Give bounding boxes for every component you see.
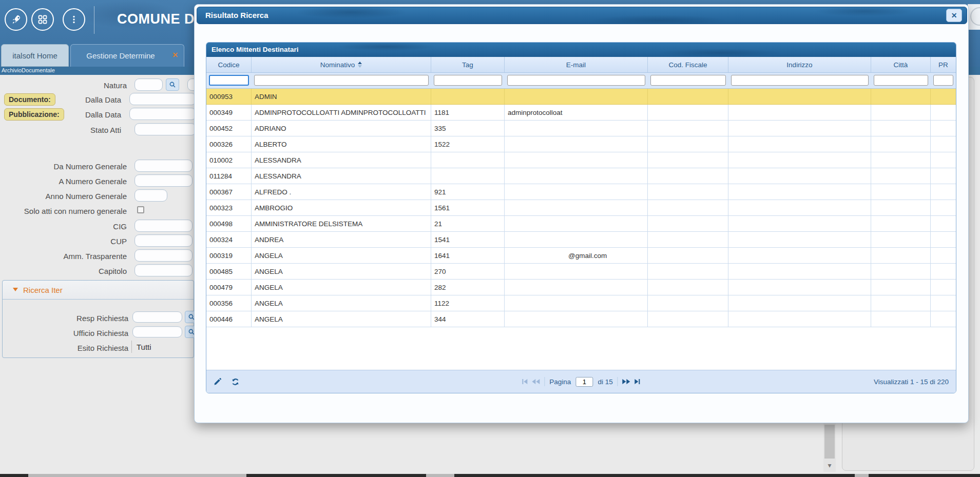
column-header-codice[interactable]: Codice (206, 57, 252, 72)
kebab-menu-icon[interactable] (63, 8, 85, 31)
table-row[interactable]: 000498AMMINISTRATORE DELSISTEMA21 (206, 216, 956, 232)
filter-input-email[interactable] (507, 75, 645, 86)
filter-input-indirizzo[interactable] (731, 75, 869, 86)
table-row[interactable]: 010002ALESSANDRA (206, 152, 956, 168)
stato-atti-input[interactable] (134, 123, 196, 135)
cell-tag: 1181 (431, 105, 505, 120)
table-row[interactable]: 000953ADMIN (206, 89, 956, 105)
da-numero-generale-input[interactable] (134, 160, 193, 172)
resp-richiesta-input[interactable] (132, 311, 182, 323)
cell-pr (931, 168, 956, 184)
tab-italsoft-home[interactable]: italsoft Home (1, 44, 69, 67)
table-row[interactable]: 000324ANDREA1541 (206, 232, 956, 248)
search-icon (169, 81, 176, 88)
natura-label: Natura (0, 81, 127, 90)
ufficio-richiesta-input[interactable] (132, 326, 182, 337)
column-header-citta[interactable]: Città (871, 57, 931, 72)
table-row[interactable]: 000319ANGELA1641@gmail.com (206, 248, 956, 264)
cell-nominativo: ALFREDO . (252, 184, 431, 200)
cell-nominativo: ANDREA (252, 232, 431, 247)
table-row[interactable]: 011284ALESSANDRA (206, 168, 956, 184)
modal-close-button[interactable]: ✕ (946, 9, 962, 22)
cig-input[interactable] (134, 220, 193, 232)
cell-codice: 011284 (206, 168, 252, 184)
cup-input[interactable] (134, 234, 193, 247)
amm-trasparente-input[interactable] (134, 249, 193, 262)
cell-cod_fiscale (648, 168, 728, 184)
cell-cod_fiscale (648, 232, 728, 247)
cell-cod_fiscale (648, 136, 728, 152)
cell-cod_fiscale (648, 248, 728, 263)
cell-email (505, 200, 648, 215)
documento-dalla-data-input[interactable] (129, 93, 196, 105)
edit-pencil-icon[interactable] (214, 377, 222, 386)
vertical-scrollbar-thumb[interactable] (824, 425, 835, 459)
scroll-down-arrow-icon[interactable]: ▾ (824, 461, 835, 471)
cell-codice: 000479 (206, 280, 252, 295)
a-numero-generale-input[interactable] (134, 174, 193, 187)
cell-tag: 1522 (431, 136, 505, 152)
cell-indirizzo (728, 121, 871, 136)
cell-email (505, 168, 648, 184)
column-header-tag[interactable]: Tag (431, 57, 505, 72)
table-row[interactable]: 000356ANGELA1122 (206, 295, 956, 311)
sort-icon[interactable] (358, 59, 362, 70)
da-numero-generale-label: Da Numero Generale (0, 162, 127, 171)
next-page-button[interactable] (623, 379, 630, 384)
modal-title: Risultato Ricerca (205, 11, 268, 19)
cell-tag: 21 (431, 216, 505, 231)
table-row[interactable]: 000452ADRIANO335 (206, 121, 956, 136)
table-row[interactable]: 000367ALFREDO .921 (206, 184, 956, 200)
cell-codice: 000323 (206, 200, 252, 215)
filter-input-cod_fiscale[interactable] (650, 75, 726, 86)
first-page-button[interactable] (522, 379, 527, 384)
modal-title-bar[interactable]: Risultato Ricerca (197, 7, 967, 24)
tab-gestione-determine[interactable]: Gestione Determine ✕ (70, 44, 184, 67)
table-row[interactable]: 000446ANGELA344 (206, 311, 956, 327)
cell-citta (871, 295, 931, 311)
filter-input-codice[interactable] (209, 75, 249, 86)
pubblicazione-dalla-data-label: Dalla Data (0, 110, 121, 119)
cell-citta (871, 152, 931, 168)
cell-nominativo: ANGELA (252, 264, 431, 279)
table-row[interactable]: 000479ANGELA282 (206, 280, 956, 295)
table-row[interactable]: 000349ADMINPROTOCOLLOATTI ADMINPROTOCOLL… (206, 105, 956, 121)
filter-input-pr[interactable] (933, 75, 953, 86)
column-header-cod_fiscale[interactable]: Cod. Fiscale (648, 57, 728, 72)
natura-input[interactable] (134, 78, 163, 91)
column-header-pr[interactable]: PR (931, 57, 956, 72)
cell-pr (931, 311, 956, 327)
column-header-indirizzo[interactable]: Indirizzo (728, 57, 871, 72)
table-row[interactable]: 000323AMBROGIO1561 (206, 200, 956, 216)
results-grid: Elenco Mittenti Destinatari CodiceNomina… (206, 42, 956, 393)
capitolo-input[interactable] (134, 264, 193, 276)
solo-atti-checkbox[interactable] (137, 206, 144, 213)
cell-codice: 000326 (206, 136, 252, 152)
tab-close-icon[interactable]: ✕ (172, 51, 178, 59)
refresh-icon[interactable] (231, 377, 240, 386)
filter-input-nominativo[interactable] (254, 75, 429, 86)
last-page-button[interactable] (635, 379, 640, 384)
cell-indirizzo (728, 89, 871, 104)
apps-grid-icon[interactable] (31, 8, 54, 31)
total-pages-label: di 15 (598, 378, 612, 386)
ricerca-iter-header[interactable]: Ricerca Iter (3, 281, 194, 300)
pubblicazione-dalla-data-input[interactable] (129, 108, 196, 120)
natura-search-button[interactable] (166, 78, 179, 91)
rocket-icon[interactable] (5, 8, 27, 31)
cell-citta (871, 216, 931, 231)
cell-email (505, 152, 648, 168)
anno-numero-generale-input[interactable] (134, 189, 167, 202)
cell-email (505, 184, 648, 200)
column-header-nominativo[interactable]: Nominativo (252, 57, 431, 72)
prev-page-button[interactable] (532, 379, 540, 384)
column-header-email[interactable]: E-mail (505, 57, 648, 72)
table-row[interactable]: 000485ANGELA270 (206, 264, 956, 280)
table-row[interactable]: 000326ALBERTO1522 (206, 136, 956, 152)
bottom-scroll-strip[interactable] (0, 474, 980, 477)
filter-input-citta[interactable] (874, 75, 928, 86)
page-number-input[interactable] (575, 377, 593, 387)
cup-label: CUP (0, 237, 127, 246)
filter-input-tag[interactable] (434, 75, 502, 86)
esito-richiesta-select[interactable]: Tutti (137, 343, 151, 351)
